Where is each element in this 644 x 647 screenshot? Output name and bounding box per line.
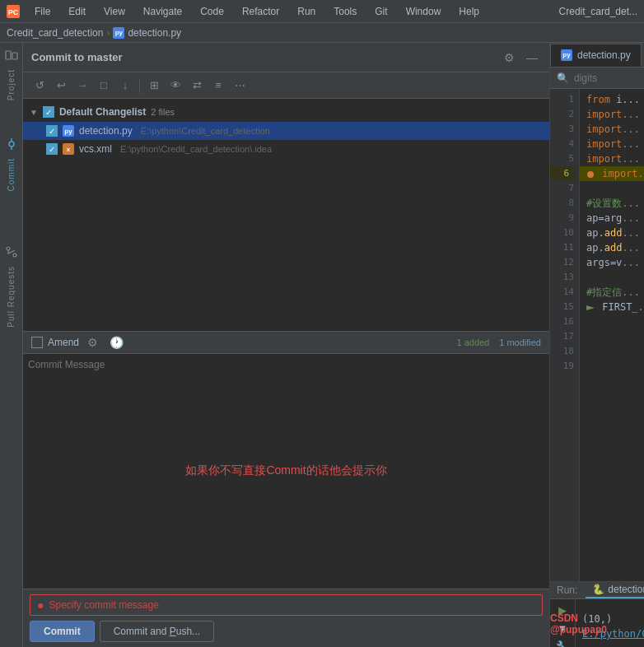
menu-git[interactable]: Git bbox=[371, 4, 390, 19]
toolbar-grid-button[interactable]: ⊞ bbox=[144, 76, 164, 95]
vcs-panel: Commit to master ⚙ — ↺ ↩ → □ ↓ ⊞ 👁 ⇄ ≡ ⋯… bbox=[23, 43, 550, 647]
panel-minimize-button[interactable]: — bbox=[523, 49, 541, 66]
code-area: from i... import... import... import... … bbox=[580, 89, 644, 581]
code-line-12: args=v... bbox=[586, 255, 637, 270]
added-badge: 1 added bbox=[456, 337, 489, 347]
toolbar-eye-button[interactable]: 👁 bbox=[166, 76, 185, 95]
menu-code[interactable]: Code bbox=[197, 4, 227, 19]
run-label: Run: bbox=[557, 584, 577, 596]
editor-tab-detection[interactable]: py detection.py bbox=[550, 44, 642, 67]
code-line-4: import... bbox=[586, 137, 637, 151]
sidebar-icon-project[interactable] bbox=[2, 46, 21, 64]
menu-window[interactable]: Window bbox=[403, 4, 445, 19]
svg-point-9 bbox=[587, 171, 594, 178]
amend-checkbox[interactable] bbox=[31, 337, 43, 348]
run-tab-detection[interactable]: 🐍 detection ✕ bbox=[586, 582, 644, 598]
warning-text: Specify commit message bbox=[49, 599, 158, 611]
status-right: 1 added 1 modified bbox=[456, 337, 541, 347]
breadcrumb-project[interactable]: Credit_card_detection bbox=[7, 27, 103, 39]
file-item-detection[interactable]: ✓ py detection.py E:\python\Credit_card_… bbox=[23, 122, 549, 140]
changelist-checkbox[interactable]: ✓ bbox=[43, 106, 54, 118]
code-line-9: ap=arg... bbox=[586, 211, 637, 226]
code-line-8: #设置数... bbox=[586, 196, 637, 211]
commit-message-input[interactable] bbox=[28, 359, 544, 584]
toolbar-diff-button[interactable]: ⇄ bbox=[187, 76, 207, 95]
run-output-link[interactable]: E:/python/Credit_card_detection/detectio… bbox=[582, 628, 644, 640]
menu-navigate[interactable]: Navigate bbox=[140, 4, 185, 19]
status-bar-panel: Amend ⚙ 🕐 1 added 1 modified bbox=[23, 331, 549, 354]
file-item-vcsxml[interactable]: ✓ x vcs.xml E:\python\Credit_card_detect… bbox=[23, 140, 549, 158]
code-line-11: ap.add... bbox=[586, 240, 637, 255]
run-controls: ▶ ▼ 🔧 bbox=[550, 599, 576, 647]
line-numbers: 1 2 3 4 5 6 7 8 9 10 11 12 13 14 15 16 1… bbox=[550, 89, 580, 581]
sidebar-icon-pullrequests[interactable] bbox=[2, 243, 21, 261]
main-layout: Project Commit Pull Requests Commit to m… bbox=[0, 43, 644, 647]
run-play-button[interactable]: ▶ bbox=[555, 603, 570, 617]
code-line-6: import... bbox=[580, 166, 644, 181]
editor-search-bar: 🔍 bbox=[550, 67, 644, 89]
modified-badge: 1 modified bbox=[499, 337, 541, 347]
window-title: Credit_card_det... bbox=[559, 6, 637, 17]
toolbar-move-button[interactable]: → bbox=[72, 76, 92, 95]
breadcrumb: Credit_card_detection › py detection.py bbox=[0, 23, 644, 43]
toolbar-list-button[interactable]: ≡ bbox=[208, 76, 228, 95]
amend-clock-icon[interactable]: 🕐 bbox=[106, 334, 127, 351]
run-down-button[interactable]: ▼ bbox=[555, 621, 570, 635]
run-tab-icon: 🐍 bbox=[592, 584, 604, 595]
tab-py-icon: py bbox=[561, 49, 572, 61]
code-line-2: import... bbox=[586, 107, 637, 122]
sidebar-label-commit: Commit bbox=[7, 158, 16, 191]
code-line-18 bbox=[586, 344, 637, 359]
panel-header: Commit to master ⚙ — bbox=[23, 43, 549, 72]
menu-view[interactable]: View bbox=[100, 4, 128, 19]
panel-gear-button[interactable]: ⚙ bbox=[501, 49, 518, 66]
menu-refactor[interactable]: Refactor bbox=[239, 4, 282, 19]
run-wrench-button[interactable]: 🔧 bbox=[555, 639, 570, 647]
run-tab-label: detection bbox=[608, 584, 644, 595]
sidebar-icon-commit[interactable] bbox=[2, 135, 21, 153]
code-line-17 bbox=[586, 329, 637, 344]
commit-push-button[interactable]: Commit and Push... bbox=[100, 621, 214, 642]
svg-point-7 bbox=[7, 247, 10, 250]
amend-gear-icon[interactable]: ⚙ bbox=[84, 334, 101, 351]
svg-marker-10 bbox=[586, 305, 595, 310]
commit-push-label: Commit and Push... bbox=[114, 626, 200, 637]
menu-tools[interactable]: Tools bbox=[330, 4, 360, 19]
toolbar-undo-button[interactable]: ↩ bbox=[51, 76, 71, 95]
svg-point-8 bbox=[13, 254, 16, 257]
panel-title: Commit to master bbox=[31, 51, 501, 63]
code-line-7 bbox=[586, 181, 637, 196]
amend-area: Amend ⚙ 🕐 bbox=[31, 334, 450, 351]
button-row: Commit Commit and Push... bbox=[30, 621, 543, 642]
code-line-15: FIRST_... bbox=[586, 300, 637, 314]
commit-button[interactable]: Commit bbox=[30, 621, 95, 642]
toolbar-refresh-button[interactable]: ↺ bbox=[30, 76, 49, 95]
breadcrumb-separator: › bbox=[106, 27, 110, 39]
code-line-14: #指定信... bbox=[586, 285, 637, 300]
file-name-detection: detection.py bbox=[79, 125, 133, 137]
toolbar-separator bbox=[139, 78, 140, 93]
changelist-header[interactable]: ▼ ✓ Default Changelist 2 files bbox=[23, 102, 549, 122]
breadcrumb-file[interactable]: py detection.py bbox=[113, 27, 181, 39]
run-content: ▶ ▼ 🔧 (10,) E:/python/Credit_card_detect… bbox=[550, 599, 644, 647]
search-input[interactable] bbox=[574, 72, 640, 84]
editor-tabs: py detection.py bbox=[550, 43, 644, 67]
toolbar-checkin-button[interactable]: □ bbox=[94, 76, 114, 95]
svg-rect-3 bbox=[12, 53, 17, 59]
python-file-icon: py bbox=[113, 27, 124, 39]
file-checkbox-vcsxml[interactable]: ✓ bbox=[46, 143, 58, 155]
run-output-line-1: (10,) bbox=[582, 613, 637, 628]
sidebar-icons: Project Commit Pull Requests bbox=[0, 43, 23, 647]
svg-rect-2 bbox=[6, 51, 11, 59]
file-path-detection: E:\python\Credit_card_detection bbox=[141, 126, 270, 136]
toolbar-download-button[interactable]: ↓ bbox=[115, 76, 135, 95]
editor-panel: py detection.py 🔍 1 2 3 4 5 6 7 8 9 10 1… bbox=[550, 43, 644, 647]
menu-edit[interactable]: Edit bbox=[65, 4, 89, 19]
menu-run[interactable]: Run bbox=[294, 4, 319, 19]
warning-icon: ● bbox=[37, 598, 44, 612]
code-line-19 bbox=[586, 359, 637, 374]
toolbar-more-button[interactable]: ⋯ bbox=[230, 76, 250, 95]
menu-help[interactable]: Help bbox=[455, 4, 483, 19]
file-checkbox-detection[interactable]: ✓ bbox=[46, 125, 58, 137]
menu-file[interactable]: File bbox=[31, 4, 54, 19]
